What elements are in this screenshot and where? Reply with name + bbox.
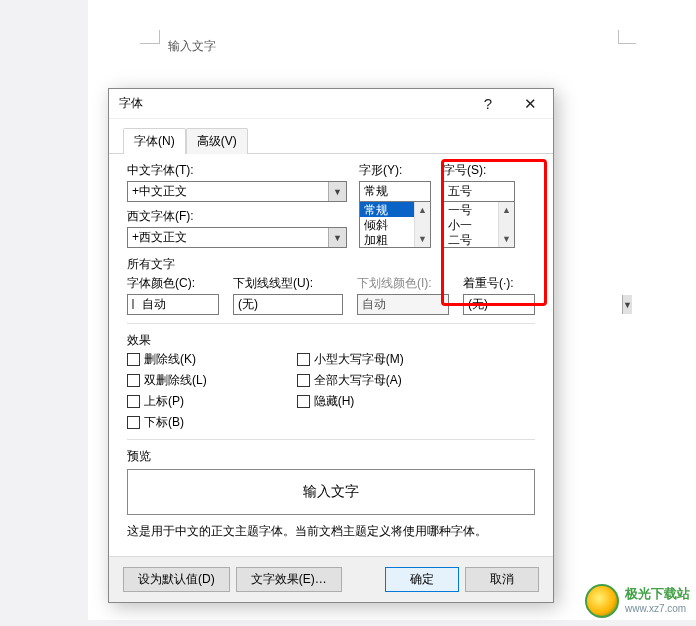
checkbox-icon [127,353,140,366]
help-button[interactable]: ? [467,89,509,119]
chevron-down-icon[interactable]: ▼ [328,182,346,201]
tabbar: 字体(N) 高级(V) [109,119,553,154]
checkbox-sub[interactable]: 下标(B) [127,414,207,431]
checkbox-icon [297,353,310,366]
text-effects-button[interactable]: 文字效果(E)… [236,567,342,592]
checkbox-icon [127,374,140,387]
list-item[interactable]: 常规 [360,202,414,217]
chevron-down-icon[interactable]: ▼ [622,295,632,314]
set-default-button[interactable]: 设为默认值(D) [123,567,230,592]
checkbox-strike[interactable]: 删除线(K) [127,351,207,368]
checkbox-icon [297,374,310,387]
preview-box: 输入文字 [127,469,535,515]
checkbox-dstrike[interactable]: 双删除线(L) [127,372,207,389]
watermark: 极光下载站 www.xz7.com [585,584,690,618]
dialog-title: 字体 [119,95,467,112]
divider [127,439,535,440]
label-style: 字形(Y): [359,162,431,179]
label-effects: 效果 [127,332,535,349]
watermark-title: 极光下载站 [625,586,690,601]
checkbox-hidden[interactable]: 隐藏(H) [297,393,404,410]
chevron-down-icon[interactable]: ▼ [328,228,346,247]
label-underline-color: 下划线颜色(I): [357,275,449,292]
theme-font-note: 这是用于中文的正文主题字体。当前文档主题定义将使用哪种字体。 [127,523,535,540]
page-corner-top-right [618,30,636,44]
checkbox-allcaps[interactable]: 全部大写字母(A) [297,372,404,389]
ok-button[interactable]: 确定 [385,567,459,592]
preview-text: 输入文字 [303,483,359,501]
cn-font-combo[interactable]: ▼ [127,181,347,202]
scroll-track[interactable] [415,218,430,231]
tab-font[interactable]: 字体(N) [123,128,186,154]
cancel-button[interactable]: 取消 [465,567,539,592]
scroll-up-icon[interactable]: ▲ [415,202,430,218]
label-cn-font: 中文字体(T): [127,162,347,179]
page-corner-top-left [140,30,160,44]
checkbox-smallcaps[interactable]: 小型大写字母(M) [297,351,404,368]
label-underline-style: 下划线线型(U): [233,275,343,292]
annotation-highlight [441,159,547,306]
close-button[interactable]: ✕ [509,89,551,119]
checkbox-icon [127,395,140,408]
tab-advanced[interactable]: 高级(V) [186,128,248,154]
list-item[interactable]: 加粗 [360,232,414,247]
style-listbox[interactable]: 常规 倾斜 加粗 ▲ ▼ [359,202,431,248]
dialog-buttonbar: 设为默认值(D) 文字效果(E)… 确定 取消 [109,556,553,602]
label-en-font: 西文字体(F): [127,208,347,225]
scrollbar[interactable]: ▲ ▼ [414,202,430,247]
underline-style-combo[interactable]: ▼ [233,294,343,315]
watermark-url: www.xz7.com [625,601,690,616]
en-font-input[interactable] [128,228,328,247]
document-placeholder-text: 输入文字 [168,38,216,55]
underline-color-combo: ▼ [357,294,449,315]
effects-right-col: 小型大写字母(M) 全部大写字母(A) 隐藏(H) [297,351,404,431]
color-combo[interactable]: ▼ [127,294,219,315]
color-swatch-icon [132,299,134,309]
style-input-combo[interactable] [359,181,431,202]
checkbox-super[interactable]: 上标(P) [127,393,207,410]
en-font-combo[interactable]: ▼ [127,227,347,248]
effects-left-col: 删除线(K) 双删除线(L) 上标(P) 下标(B) [127,351,207,431]
checkbox-icon [127,416,140,429]
label-preview: 预览 [127,448,535,465]
divider [127,323,535,324]
dialog-titlebar[interactable]: 字体 ? ✕ [109,89,553,119]
list-item[interactable]: 倾斜 [360,217,414,232]
cn-font-input[interactable] [128,182,328,201]
scroll-down-icon[interactable]: ▼ [415,231,430,247]
checkbox-icon [297,395,310,408]
watermark-logo-icon [585,584,619,618]
label-color: 字体颜色(C): [127,275,219,292]
